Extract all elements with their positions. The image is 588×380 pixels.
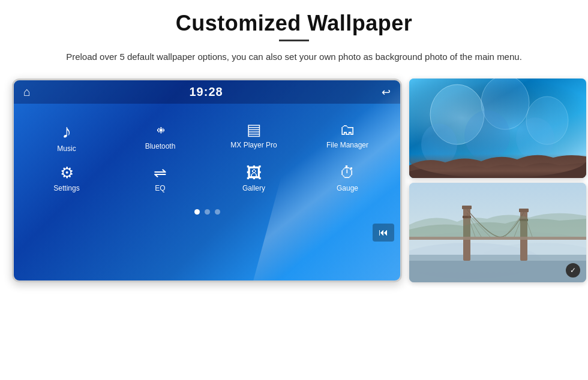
page-title: Customized Wallpaper [176, 11, 413, 36]
ice-cave-svg [409, 79, 586, 178]
eq-label: EQ [155, 184, 165, 192]
screen-header: ⌂ 19:28 ↩ [14, 80, 400, 104]
mxplayer-label: MX Player Pro [230, 141, 277, 149]
music-icon: ♪ [62, 122, 71, 141]
screen-time: 19:28 [189, 85, 223, 99]
content-area: ⌂ 19:28 ↩ ♪ Music ⧞ Bluetooth ▤ MX Playe… [12, 79, 576, 294]
svg-rect-21 [409, 237, 586, 240]
dot-2[interactable] [205, 209, 210, 215]
filemanager-label: File Manager [326, 141, 368, 149]
svg-point-6 [421, 123, 457, 165]
thumbnail-ice-cave[interactable] [409, 79, 586, 178]
skip-back-button[interactable]: ⏮ [373, 224, 394, 242]
svg-rect-19 [519, 209, 529, 212]
eq-icon: ⇌ [154, 165, 167, 180]
dot-1[interactable] [194, 209, 200, 215]
screen-icon-eq[interactable]: ⇌ EQ [113, 159, 207, 198]
thumbnail-bridge[interactable]: ✓ [409, 183, 586, 282]
screen-icon-settings[interactable]: ⚙ Settings [20, 159, 113, 198]
screen-icon-gallery[interactable]: 🖼 Gallery [207, 159, 301, 198]
gauge-icon: ⏱ [340, 165, 355, 180]
page-container: Customized Wallpaper Preload over 5 defa… [0, 0, 588, 380]
bridge-svg [409, 183, 586, 282]
gallery-icon: 🖼 [246, 165, 262, 180]
bluetooth-icon: ⧞ [156, 122, 164, 138]
mxplayer-icon: ▤ [247, 122, 262, 137]
screen-icon-bluetooth[interactable]: ⧞ Bluetooth [113, 116, 207, 159]
screen-icon-music[interactable]: ♪ Music [20, 116, 113, 159]
filemanager-icon: 🗂 [340, 122, 355, 137]
screen-icon-mxplayer[interactable]: ▤ MX Player Pro [207, 116, 301, 159]
page-subtitle: Preload over 5 default wallpaper options… [66, 50, 522, 64]
car-screen-mockup: ⌂ 19:28 ↩ ♪ Music ⧞ Bluetooth ▤ MX Playe… [12, 79, 402, 282]
screen-icon-gauge[interactable]: ⏱ Gauge [301, 159, 394, 198]
back-icon: ↩ [382, 86, 391, 99]
settings-icon: ⚙ [60, 165, 74, 180]
svg-point-7 [464, 110, 510, 161]
svg-point-8 [516, 117, 554, 159]
gallery-label: Gallery [242, 184, 265, 192]
thumbnails-column: ✓ [409, 79, 586, 294]
title-divider [279, 40, 309, 41]
bluetooth-label: Bluetooth [145, 142, 176, 150]
screen-icons-grid: ♪ Music ⧞ Bluetooth ▤ MX Player Pro 🗂 Fi… [14, 104, 400, 204]
checkmark-badge: ✓ [566, 263, 580, 278]
dot-3[interactable] [215, 209, 220, 215]
screen-icon-filemanager[interactable]: 🗂 File Manager [301, 116, 394, 159]
music-label: Music [57, 144, 76, 153]
gauge-label: Gauge [337, 184, 358, 192]
settings-label: Settings [53, 184, 79, 192]
svg-rect-16 [462, 206, 472, 209]
svg-rect-14 [409, 261, 586, 282]
home-icon: ⌂ [23, 85, 31, 99]
screen-dots [14, 204, 400, 219]
